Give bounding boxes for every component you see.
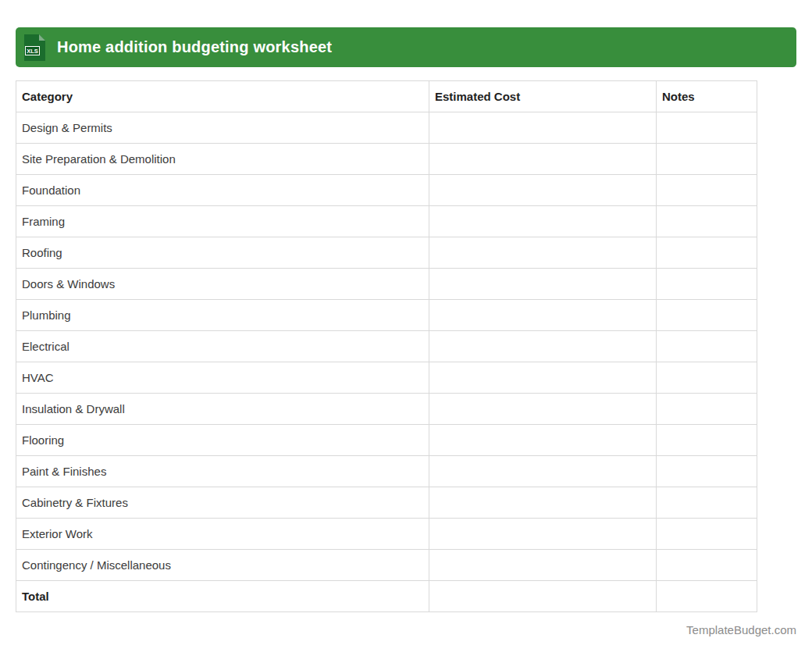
category-cell: Paint & Finishes <box>16 456 429 487</box>
notes-cell <box>657 112 757 144</box>
estimated-cost-cell <box>429 581 657 612</box>
notes-cell <box>657 206 757 237</box>
notes-cell <box>657 300 757 331</box>
table-row: HVAC <box>16 362 757 394</box>
table-row: Framing <box>16 206 757 237</box>
page-title: Home addition budgeting worksheet <box>57 38 332 56</box>
table-row: Foundation <box>16 175 757 206</box>
worksheet-page: XLS Home addition budgeting worksheet Ca… <box>0 0 812 656</box>
category-cell: Contingency / Miscellaneous <box>16 550 429 581</box>
budget-table: Category Estimated Cost Notes Design & P… <box>16 80 757 612</box>
column-header-category: Category <box>16 81 429 112</box>
estimated-cost-cell <box>429 331 657 362</box>
category-cell: Exterior Work <box>16 519 429 550</box>
estimated-cost-cell <box>429 175 657 206</box>
table-row: Cabinetry & Fixtures <box>16 487 757 519</box>
estimated-cost-cell <box>429 456 657 487</box>
category-cell: HVAC <box>16 362 429 394</box>
category-cell: Cabinetry & Fixtures <box>16 487 429 519</box>
table-row: Doors & Windows <box>16 269 757 300</box>
table-header: Category Estimated Cost Notes <box>16 81 757 112</box>
estimated-cost-cell <box>429 519 657 550</box>
estimated-cost-cell <box>429 144 657 175</box>
notes-cell <box>657 550 757 581</box>
table-row: Design & Permits <box>16 112 757 144</box>
notes-cell <box>657 362 757 394</box>
category-cell: Total <box>16 581 429 612</box>
footer-brand: TemplateBudget.com <box>686 623 796 636</box>
notes-cell <box>657 175 757 206</box>
xls-icon-label: XLS <box>27 48 38 55</box>
table-row: Paint & Finishes <box>16 456 757 487</box>
category-cell: Foundation <box>16 175 429 206</box>
table-body: Design & Permits Site Preparation & Demo… <box>16 112 757 612</box>
notes-cell <box>657 425 757 456</box>
estimated-cost-cell <box>429 425 657 456</box>
header-row: Category Estimated Cost Notes <box>16 81 757 112</box>
estimated-cost-cell <box>429 269 657 300</box>
column-header-notes: Notes <box>657 81 757 112</box>
category-cell: Framing <box>16 206 429 237</box>
category-cell: Roofing <box>16 237 429 269</box>
table-row: Contingency / Miscellaneous <box>16 550 757 581</box>
category-cell: Doors & Windows <box>16 269 429 300</box>
table-row: Total <box>16 581 757 612</box>
notes-cell <box>657 519 757 550</box>
table-row: Insulation & Drywall <box>16 394 757 425</box>
notes-cell <box>657 331 757 362</box>
category-cell: Flooring <box>16 425 429 456</box>
notes-cell <box>657 456 757 487</box>
title-bar: XLS Home addition budgeting worksheet <box>16 27 796 67</box>
estimated-cost-cell <box>429 237 657 269</box>
notes-cell <box>657 394 757 425</box>
estimated-cost-cell <box>429 300 657 331</box>
category-cell: Site Preparation & Demolition <box>16 144 429 175</box>
table-row: Site Preparation & Demolition <box>16 144 757 175</box>
table-row: Roofing <box>16 237 757 269</box>
category-cell: Plumbing <box>16 300 429 331</box>
xls-file-icon: XLS <box>24 34 45 61</box>
category-cell: Electrical <box>16 331 429 362</box>
category-cell: Insulation & Drywall <box>16 394 429 425</box>
estimated-cost-cell <box>429 487 657 519</box>
notes-cell <box>657 144 757 175</box>
table-row: Flooring <box>16 425 757 456</box>
notes-cell <box>657 237 757 269</box>
column-header-estimated-cost: Estimated Cost <box>429 81 657 112</box>
notes-cell <box>657 581 757 612</box>
estimated-cost-cell <box>429 206 657 237</box>
notes-cell <box>657 487 757 519</box>
estimated-cost-cell <box>429 362 657 394</box>
category-cell: Design & Permits <box>16 112 429 144</box>
table-row: Electrical <box>16 331 757 362</box>
table-row: Exterior Work <box>16 519 757 550</box>
table-row: Plumbing <box>16 300 757 331</box>
estimated-cost-cell <box>429 112 657 144</box>
notes-cell <box>657 269 757 300</box>
estimated-cost-cell <box>429 550 657 581</box>
estimated-cost-cell <box>429 394 657 425</box>
